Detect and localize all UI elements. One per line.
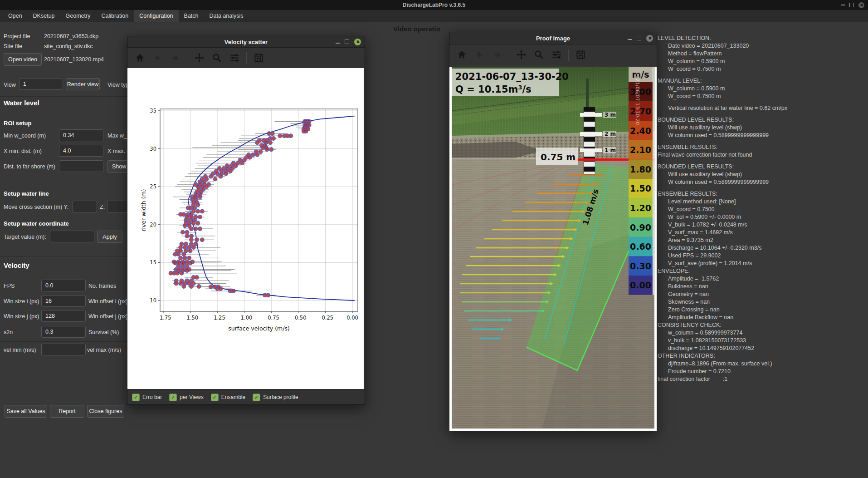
result-line: Amplitude Backflow = nan	[658, 314, 865, 321]
separator	[0, 74, 128, 74]
colorbar-tick-label: 1.80	[630, 164, 651, 174]
checkbox-icon[interactable]: ✓	[169, 394, 177, 401]
minimize-icon[interactable]	[628, 39, 632, 40]
save-icon[interactable]	[252, 51, 265, 65]
result-line: Used FPS = 29.9002	[658, 252, 865, 260]
project-file-value: 20210607_v3653.dkp	[44, 33, 98, 39]
app-titlebar[interactable]: DischargeLabPro v.3.6.5	[0, 0, 868, 10]
minimize-icon[interactable]	[336, 43, 340, 44]
menu-item-configuration[interactable]: Configuration	[134, 10, 178, 22]
restore-icon[interactable]	[637, 36, 641, 40]
zoom-icon[interactable]	[532, 48, 546, 62]
target-value-input[interactable]	[50, 231, 94, 242]
checkbox-icon[interactable]: ✓	[211, 394, 219, 401]
fps-input[interactable]: 0.0	[41, 280, 86, 291]
result-line: W column used = 0.5899999999999999	[658, 132, 865, 139]
close-icon[interactable]	[646, 35, 653, 42]
colorbar-tick-label: 0.90	[630, 222, 651, 232]
velocity-heading: Velocity	[4, 261, 29, 269]
restore-icon[interactable]	[345, 39, 349, 44]
setup-water-coordinate-heading: Setup water coordinate	[4, 220, 69, 227]
checkbox-label: Surface profile	[263, 394, 298, 400]
pan-icon[interactable]	[192, 51, 206, 65]
proof-image-titlebar[interactable]: Proof image	[449, 32, 657, 44]
result-line: BOUNDED LEVEL RESULTS:	[658, 116, 865, 124]
min-w-coord-input[interactable]: 0.34	[59, 129, 103, 141]
s2n-label: s2n	[4, 329, 13, 335]
river-proof-photo: 3 m2 m1 m 0.75 m 2021-06-07_13-30-20 Q =…	[452, 67, 654, 429]
subplots-config-icon[interactable]	[550, 48, 563, 62]
result-line: W_coord = 0.7500 m	[658, 93, 865, 100]
move-cross-z-input[interactable]	[107, 201, 128, 212]
result-line: W_column = 0.5900 m	[658, 58, 865, 65]
app-maximize-icon[interactable]	[849, 3, 854, 7]
menu-item-batch[interactable]: Batch	[179, 10, 204, 22]
proof-image-canvas[interactable]: 3 m2 m1 m 0.75 m 2021-06-07_13-30-20 Q =…	[449, 67, 657, 431]
open-video-button[interactable]: Open video	[4, 53, 42, 66]
save-icon[interactable]	[574, 48, 587, 62]
result-line: Date video = 20210607_133020	[658, 42, 865, 50]
checkbox-label: per Views	[180, 394, 203, 400]
show-button[interactable]: Show	[107, 160, 128, 172]
report-button[interactable]: Report	[50, 405, 84, 418]
view-type-label: View typ	[107, 82, 128, 88]
no-frames-label: No. frames	[88, 283, 116, 289]
y-tick-label: 30	[150, 146, 156, 152]
toolbar-separator	[509, 49, 509, 61]
vel-min-input[interactable]	[41, 344, 86, 355]
render-view-button[interactable]: Render view	[66, 78, 100, 90]
max-w-coord-label: Max w_c	[107, 133, 128, 139]
result-line: Vertical resolution at far water line = …	[658, 104, 865, 112]
home-icon[interactable]	[133, 51, 146, 65]
pan-icon[interactable]	[514, 48, 528, 62]
menu-item-dksetup[interactable]: DKsetup	[28, 10, 60, 22]
survival-label: Survival (%)	[88, 329, 119, 335]
subplots-config-icon[interactable]	[228, 51, 241, 65]
save-all-values-button[interactable]: Save all Values	[5, 405, 47, 418]
menu-item-calibration[interactable]: Calibration	[96, 10, 134, 22]
video-file-value: 20210607_133020.mp4	[44, 56, 104, 63]
gauge-mark-label: 1 m	[605, 147, 616, 153]
scatter-plot-canvas[interactable]: −1.75−1.50−1.25−1.00−0.75−0.50−0.250.001…	[127, 68, 364, 389]
site-file-label: Site file	[4, 43, 22, 49]
back-icon[interactable]	[151, 51, 164, 65]
velocity-scatter-titlebar[interactable]: Velocity scatter	[127, 36, 365, 48]
close-icon[interactable]	[354, 39, 361, 45]
back-icon[interactable]	[473, 48, 486, 62]
app-close-icon[interactable]	[858, 2, 864, 8]
win-size-i-input[interactable]: 16	[41, 295, 86, 307]
win-size-j-input[interactable]: 128	[41, 310, 86, 322]
result-line: W column used = 0.5899999999999999	[658, 178, 865, 186]
move-cross-y-input[interactable]	[73, 201, 97, 212]
app-minimize-icon[interactable]	[841, 5, 845, 5]
dist-far-shore-input[interactable]	[59, 160, 103, 172]
s2n-input[interactable]: 0.3	[41, 326, 86, 338]
velocity-scatter-window: Velocity scatter −1.75−1.50−1.25−1.00−0.…	[127, 36, 365, 405]
checkbox-icon[interactable]: ✓	[253, 394, 260, 401]
vel-min-label: vel min (m/s)	[4, 347, 36, 353]
toolbar-separator	[187, 52, 187, 64]
velocity-scatter-title: Velocity scatter	[224, 39, 268, 45]
x-max-dist-label: X max. d	[107, 148, 128, 154]
menu-item-open[interactable]: Open	[3, 10, 28, 22]
forward-icon[interactable]	[490, 48, 504, 62]
view-input[interactable]: 1	[19, 78, 63, 90]
close-figures-button[interactable]: Close figures	[87, 405, 124, 418]
zoom-icon[interactable]	[210, 51, 224, 65]
checkbox-ensamble[interactable]: ✓Ensamble	[211, 394, 245, 401]
water-level-heading: Water level	[4, 99, 39, 107]
menu-item-geometry[interactable]: Geometry	[60, 10, 96, 22]
result-line: Final wave correction factor not found	[658, 151, 865, 159]
checkbox-erro-bar[interactable]: ✓Erro bar	[132, 394, 162, 401]
plot-toolbar	[449, 44, 657, 65]
apply-button[interactable]: Apply	[97, 231, 122, 243]
home-icon[interactable]	[455, 48, 468, 62]
checkbox-surface-profile[interactable]: ✓Surface profile	[253, 394, 298, 401]
checkbox-per-views[interactable]: ✓per Views	[169, 394, 203, 401]
result-line: W_coord = 0.7500 m	[658, 65, 865, 73]
menu-item-data-analysis[interactable]: Data analysis	[204, 10, 249, 22]
checkbox-icon[interactable]: ✓	[132, 394, 140, 401]
forward-icon[interactable]	[168, 51, 182, 65]
win-size-j-label: Win size j (px)	[4, 313, 39, 320]
x-min-dist-input[interactable]: 4.0	[59, 145, 103, 157]
